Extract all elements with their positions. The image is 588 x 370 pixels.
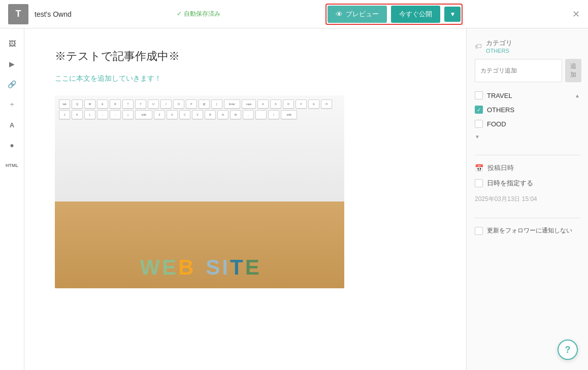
divider-tool[interactable]: ÷ xyxy=(3,95,21,114)
key: I xyxy=(160,99,172,109)
key: C xyxy=(179,110,190,119)
travel-checkbox[interactable] xyxy=(475,91,483,99)
key: X xyxy=(167,110,178,119)
article-title[interactable]: ※テストで記事作成中※ xyxy=(55,49,436,64)
key: O xyxy=(173,99,184,109)
close-button[interactable]: ✕ xyxy=(572,9,580,20)
notify-checkbox[interactable] xyxy=(475,227,483,235)
image-tool[interactable]: 🖼 xyxy=(3,35,21,53)
key: S xyxy=(270,99,281,109)
notify-row: 更新をフォロワーに通知しない xyxy=(475,226,580,235)
key: W xyxy=(84,99,95,109)
article-body[interactable]: ここに本文を追加していきます！ xyxy=(55,74,436,83)
logo: T xyxy=(8,4,28,24)
list-item: OTHERS xyxy=(475,103,580,117)
key: caps xyxy=(242,99,256,109)
key: J xyxy=(59,110,70,119)
date-section-title: 投稿日時 xyxy=(487,163,514,173)
help-button[interactable]: ? xyxy=(558,340,578,360)
header: T test's Ownd ✓ 自動保存済み プレビュー 今すぐ公開 ▼ ✕ xyxy=(0,0,588,28)
key: V xyxy=(192,110,203,119)
main-layout: 🖼 ▶ 🔗 ÷ A ● HTML ※テストで記事作成中※ ここに本文を追加してい… xyxy=(0,28,588,370)
category-list: TRAVEL ▲ OTHERS FOOD xyxy=(475,88,580,143)
list-item: ▼ xyxy=(475,131,580,143)
key: . xyxy=(255,110,267,119)
publish-dropdown-button[interactable]: ▼ xyxy=(444,7,461,22)
key: Enter xyxy=(224,99,240,109)
site-name: test's Ownd xyxy=(35,10,72,18)
key: A xyxy=(257,99,269,109)
letter-B: B xyxy=(178,257,193,278)
article-image: tab Q W E R T Y U I O P @ [ Enter caps A… xyxy=(55,95,344,288)
video-tool[interactable]: ▶ xyxy=(3,55,21,73)
key: Z xyxy=(154,110,165,119)
category-section: 🏷 カテゴリ OTHERS 追加 TRAVEL ▲ xyxy=(475,39,580,143)
chevron-down-icon[interactable]: ▼ xyxy=(475,134,480,140)
category-header: 🏷 カテゴリ OTHERS xyxy=(475,39,580,54)
key: R xyxy=(110,99,121,109)
list-item: TRAVEL ▲ xyxy=(475,88,580,103)
category-subtitle: OTHERS xyxy=(486,48,512,54)
key: @ xyxy=(199,99,210,109)
date-section-header: 📅 投稿日時 xyxy=(475,163,580,173)
publish-button[interactable]: 今すぐ公開 xyxy=(391,6,440,23)
calendar-icon: 📅 xyxy=(475,164,483,172)
category-title: カテゴリ xyxy=(486,39,512,48)
key: M xyxy=(230,110,241,119)
letter-I: I xyxy=(222,257,228,278)
link-tool[interactable]: 🔗 xyxy=(3,75,21,93)
category-add-button[interactable]: 追加 xyxy=(565,59,581,82)
travel-label: TRAVEL xyxy=(487,92,512,99)
food-label: FOOD xyxy=(487,120,506,128)
key: shift xyxy=(281,110,297,119)
key: U xyxy=(148,99,159,109)
header-actions: プレビュー 今すぐ公開 ▼ xyxy=(325,4,463,25)
key: ; xyxy=(97,110,108,119)
tag-icon: 🏷 xyxy=(475,42,482,50)
autosave-status: ✓ 自動保存済み xyxy=(177,10,220,18)
key: , xyxy=(243,110,254,119)
key: B xyxy=(205,110,216,119)
key: Q xyxy=(72,99,83,109)
sidebar-divider xyxy=(475,155,580,155)
website-letters: W E B S I T E xyxy=(140,257,259,278)
chevron-up-icon[interactable]: ▲ xyxy=(575,93,580,98)
key: Y xyxy=(135,99,146,109)
key: F xyxy=(296,99,307,109)
editor-area: ※テストで記事作成中※ ここに本文を追加していきます！ tab Q W E R … xyxy=(24,28,466,370)
header-left: T test's Ownd xyxy=(8,4,72,24)
key: G xyxy=(308,99,319,109)
specify-date-checkbox[interactable] xyxy=(475,179,483,187)
others-label: OTHERS xyxy=(487,106,514,114)
date-checkbox-row: 日時を指定する xyxy=(475,179,580,188)
others-checkbox[interactable] xyxy=(475,106,483,114)
text-tool[interactable]: A xyxy=(3,116,21,134)
key: D xyxy=(283,99,294,109)
specify-date-label: 日時を指定する xyxy=(487,179,533,188)
letter-T: T xyxy=(230,257,243,278)
key: K xyxy=(72,110,83,119)
letter-W: W xyxy=(140,257,160,278)
category-input-row: 追加 xyxy=(475,59,580,82)
key: shift xyxy=(135,110,152,119)
preview-button[interactable]: プレビュー xyxy=(328,6,387,23)
key: E xyxy=(97,99,108,109)
key: ] xyxy=(122,110,134,119)
list-item: FOOD xyxy=(475,117,580,131)
letter-E: E xyxy=(162,257,176,278)
notify-label: 更新をフォロワーに通知しない xyxy=(487,226,572,235)
key: / xyxy=(268,110,279,119)
circle-tool[interactable]: ● xyxy=(3,136,21,154)
sidebar: 🏷 カテゴリ OTHERS 追加 TRAVEL ▲ xyxy=(466,28,588,370)
letter-E2: E xyxy=(245,257,259,278)
key: [ xyxy=(211,99,222,109)
key: P xyxy=(186,99,197,109)
sidebar-divider-2 xyxy=(475,218,580,218)
html-tool[interactable]: HTML xyxy=(3,156,21,175)
key: H xyxy=(321,99,332,109)
key: L xyxy=(84,110,95,119)
letter-S: S xyxy=(206,257,220,278)
key: N xyxy=(217,110,228,119)
category-input[interactable] xyxy=(475,59,562,82)
food-checkbox[interactable] xyxy=(475,120,483,128)
